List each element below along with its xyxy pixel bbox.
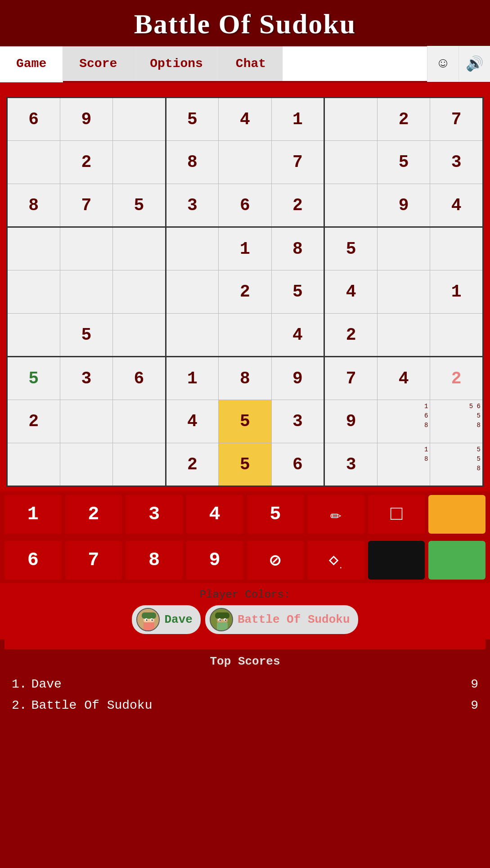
cell-6-3[interactable]: 1 bbox=[166, 357, 219, 400]
tab-score[interactable]: Score bbox=[63, 46, 134, 81]
color-green-button[interactable] bbox=[428, 541, 486, 580]
cell-4-5[interactable]: 5 bbox=[271, 270, 324, 314]
cell-4-1[interactable] bbox=[60, 270, 113, 314]
cell-4-6[interactable]: 4 bbox=[324, 270, 378, 314]
color-orange-button[interactable] bbox=[428, 495, 486, 534]
cell-7-5[interactable]: 3 bbox=[271, 400, 324, 443]
cell-0-3[interactable]: 5 bbox=[166, 98, 219, 141]
cell-7-8[interactable]: 5 658 bbox=[430, 400, 483, 443]
cell-3-7[interactable] bbox=[377, 227, 430, 270]
num-2-button[interactable]: 2 bbox=[65, 495, 122, 534]
cell-8-6[interactable]: 3 bbox=[324, 443, 378, 486]
cell-7-7[interactable]: 168 bbox=[377, 400, 430, 443]
cell-4-7[interactable] bbox=[377, 270, 430, 314]
cell-1-3[interactable]: 8 bbox=[166, 141, 219, 184]
num-8-button[interactable]: 8 bbox=[126, 541, 183, 580]
cell-3-6[interactable]: 5 bbox=[324, 227, 378, 270]
cell-4-8[interactable]: 1 bbox=[430, 270, 483, 314]
num-6-button[interactable]: 6 bbox=[4, 541, 62, 580]
cell-6-6[interactable]: 7 bbox=[324, 357, 378, 400]
tab-game[interactable]: Game bbox=[0, 46, 63, 82]
cell-8-3[interactable]: 2 bbox=[166, 443, 219, 486]
cell-6-8[interactable]: 2 bbox=[430, 357, 483, 400]
cell-5-2[interactable] bbox=[113, 314, 166, 357]
cell-2-2[interactable]: 5 bbox=[113, 184, 166, 227]
cell-7-2[interactable] bbox=[113, 400, 166, 443]
num-3-button[interactable]: 3 bbox=[126, 495, 183, 534]
cell-0-5[interactable]: 1 bbox=[271, 98, 324, 141]
cell-2-0[interactable]: 8 bbox=[7, 184, 60, 227]
cell-6-4[interactable]: 8 bbox=[219, 357, 272, 400]
num-9-button[interactable]: 9 bbox=[186, 541, 243, 580]
cell-3-2[interactable] bbox=[113, 227, 166, 270]
smiley-button[interactable]: ☺ bbox=[427, 46, 459, 82]
tab-chat[interactable]: Chat bbox=[220, 46, 283, 81]
cell-6-1[interactable]: 3 bbox=[60, 357, 113, 400]
cell-7-4[interactable]: 5 bbox=[219, 400, 272, 443]
cell-5-8[interactable] bbox=[430, 314, 483, 357]
cell-7-6[interactable]: 9 bbox=[324, 400, 378, 443]
cell-2-8[interactable]: 4 bbox=[430, 184, 483, 227]
cell-1-2[interactable] bbox=[113, 141, 166, 184]
cell-6-0[interactable]: 5 bbox=[7, 357, 60, 400]
cell-8-2[interactable] bbox=[113, 443, 166, 486]
cell-0-0[interactable]: 6 bbox=[7, 98, 60, 141]
cell-1-1[interactable]: 2 bbox=[60, 141, 113, 184]
cell-8-4[interactable]: 5 bbox=[219, 443, 272, 486]
num-4-button[interactable]: 4 bbox=[186, 495, 243, 534]
cell-4-2[interactable] bbox=[113, 270, 166, 314]
cell-8-7[interactable]: 18 bbox=[377, 443, 430, 486]
cell-1-0[interactable] bbox=[7, 141, 60, 184]
cell-1-5[interactable]: 7 bbox=[271, 141, 324, 184]
cell-5-6[interactable]: 2 bbox=[324, 314, 378, 357]
num-1-button[interactable]: 1 bbox=[4, 495, 62, 534]
cell-3-3[interactable] bbox=[166, 227, 219, 270]
cell-5-5[interactable]: 4 bbox=[271, 314, 324, 357]
fill-button[interactable]: ◇. bbox=[307, 541, 364, 580]
color-black-button[interactable] bbox=[368, 541, 425, 580]
cell-8-1[interactable] bbox=[60, 443, 113, 486]
cell-3-5[interactable]: 8 bbox=[271, 227, 324, 270]
cell-0-4[interactable]: 4 bbox=[219, 98, 272, 141]
pencil-button[interactable]: ✏ bbox=[307, 495, 364, 534]
cell-1-6[interactable] bbox=[324, 141, 378, 184]
cell-0-7[interactable]: 2 bbox=[377, 98, 430, 141]
cell-5-7[interactable] bbox=[377, 314, 430, 357]
cell-3-1[interactable] bbox=[60, 227, 113, 270]
cell-5-0[interactable] bbox=[7, 314, 60, 357]
cell-3-8[interactable] bbox=[430, 227, 483, 270]
ban-button[interactable]: ⊘ bbox=[247, 541, 304, 580]
volume-button[interactable]: 🔊 bbox=[459, 46, 490, 82]
cell-5-1[interactable]: 5 bbox=[60, 314, 113, 357]
cell-5-4[interactable] bbox=[219, 314, 272, 357]
cell-5-3[interactable] bbox=[166, 314, 219, 357]
tab-options[interactable]: Options bbox=[134, 46, 220, 81]
cell-4-0[interactable] bbox=[7, 270, 60, 314]
cell-2-6[interactable] bbox=[324, 184, 378, 227]
cell-7-3[interactable]: 4 bbox=[166, 400, 219, 443]
cell-2-3[interactable]: 3 bbox=[166, 184, 219, 227]
cell-6-2[interactable]: 6 bbox=[113, 357, 166, 400]
cell-1-7[interactable]: 5 bbox=[377, 141, 430, 184]
cell-0-2[interactable] bbox=[113, 98, 166, 141]
square-button[interactable]: □ bbox=[368, 495, 425, 534]
cell-2-1[interactable]: 7 bbox=[60, 184, 113, 227]
cell-4-3[interactable] bbox=[166, 270, 219, 314]
cell-6-7[interactable]: 4 bbox=[377, 357, 430, 400]
cell-4-4[interactable]: 2 bbox=[219, 270, 272, 314]
cell-0-6[interactable] bbox=[324, 98, 378, 141]
cell-1-8[interactable]: 3 bbox=[430, 141, 483, 184]
cell-2-7[interactable]: 9 bbox=[377, 184, 430, 227]
cell-3-4[interactable]: 1 bbox=[219, 227, 272, 270]
cell-0-1[interactable]: 9 bbox=[60, 98, 113, 141]
cell-8-8[interactable]: 558 bbox=[430, 443, 483, 486]
cell-0-8[interactable]: 7 bbox=[430, 98, 483, 141]
cell-3-0[interactable] bbox=[7, 227, 60, 270]
cell-1-4[interactable] bbox=[219, 141, 272, 184]
cell-7-0[interactable]: 2 bbox=[7, 400, 60, 443]
cell-8-5[interactable]: 6 bbox=[271, 443, 324, 486]
num-5-button[interactable]: 5 bbox=[247, 495, 304, 534]
cell-2-4[interactable]: 6 bbox=[219, 184, 272, 227]
cell-2-5[interactable]: 2 bbox=[271, 184, 324, 227]
cell-7-1[interactable] bbox=[60, 400, 113, 443]
